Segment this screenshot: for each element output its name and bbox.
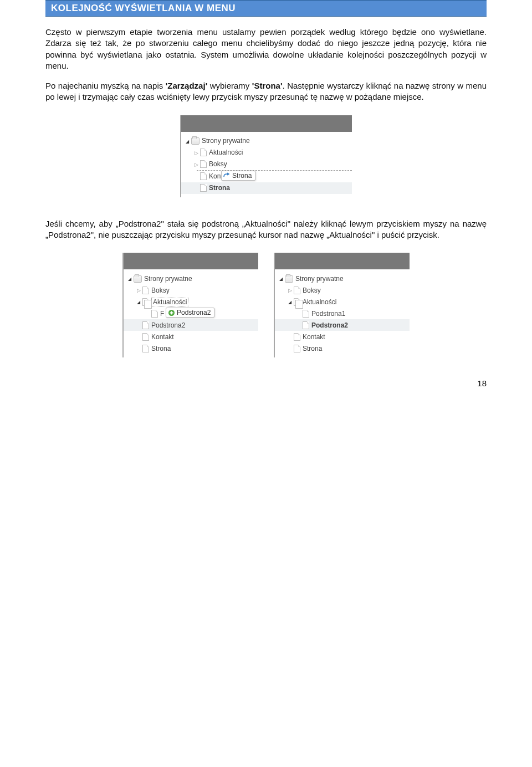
tree-label: Strony prywatne — [144, 275, 192, 283]
paragraph-3: Jeśli chcemy, aby „Podstrona2" stała się… — [45, 218, 487, 241]
tree-item-kontakt[interactable]: Kontakt — [275, 331, 410, 342]
tree-label: Boksy — [209, 160, 227, 168]
expand-icon[interactable] — [136, 287, 141, 293]
tree-item-podstrona2[interactable]: Podstrona2 — [124, 319, 258, 331]
page-icon — [200, 172, 207, 180]
tree-item-podstrona2[interactable]: Podstrona2 — [275, 319, 410, 331]
text: Po najechaniu myszką na napis — [45, 81, 166, 90]
tree-body: Strony prywatne Boksy Aktualności — [275, 269, 410, 357]
tree-body: Strony prywatne Boksy Aktualności — [124, 269, 258, 357]
page-icon — [142, 321, 149, 329]
tree-label: Kontakt — [151, 333, 174, 341]
tree-item-strona[interactable]: Strona — [275, 342, 410, 354]
tree-item-kontakt-dragging[interactable]: Konta Strona — [181, 171, 352, 182]
page-icon — [200, 160, 207, 168]
page-icon — [200, 184, 207, 192]
tree-item-child-drag[interactable]: F Podstrona2 — [124, 308, 258, 319]
tree-label: Podstrona1 — [311, 310, 345, 318]
drag-tooltip: Strona — [221, 171, 255, 181]
tree-label: Aktualności — [209, 149, 243, 156]
panel-toolbar — [275, 253, 410, 269]
folder-icon — [134, 275, 142, 283]
tree-label: Strona — [151, 345, 171, 352]
tree-label: Strony prywatne — [295, 275, 344, 283]
folder-icon — [191, 137, 200, 145]
paragraph-2: Po najechaniu myszką na napis 'Zarządzaj… — [45, 80, 487, 103]
page-icon — [151, 310, 158, 318]
tree-label: Podstrona2 — [311, 321, 348, 329]
page-icon — [142, 345, 149, 352]
tree-item-root[interactable]: Strony prywatne — [275, 273, 410, 284]
tree-panel-right: Strony prywatne Boksy Aktualności — [274, 253, 410, 357]
tree-label-highlight: Aktualności — [151, 298, 188, 306]
page-icon — [294, 333, 300, 341]
tree-item-root[interactable]: Strony prywatne — [124, 273, 258, 284]
page-stack-icon — [142, 298, 149, 306]
panel-toolbar — [124, 253, 258, 269]
page-stack-icon — [294, 298, 300, 306]
text: wybieramy — [207, 81, 252, 90]
page-icon — [200, 149, 207, 156]
tree-body: Strony prywatne Aktualności Boksy — [181, 132, 352, 197]
tree-label: Boksy — [303, 287, 321, 294]
plus-circle-icon — [168, 309, 175, 316]
tree-item-podstrona1[interactable]: Podstrona1 — [275, 308, 410, 319]
section-title: KOLEJNOŚĆ WYŚWIETLANIA W MENU — [51, 3, 481, 14]
collapse-icon[interactable] — [127, 275, 132, 282]
drag-tooltip-add: Podstrona2 — [166, 308, 214, 318]
collapse-icon[interactable] — [185, 138, 190, 144]
tree-label: Podstrona2 — [151, 321, 185, 329]
folder-icon — [285, 275, 293, 283]
collapse-icon[interactable] — [136, 299, 141, 305]
tree-panel-left: Strony prywatne Boksy Aktualności — [122, 253, 258, 357]
tree-item-boksy[interactable]: Boksy — [275, 284, 410, 296]
page-icon — [303, 310, 309, 318]
document-page: KOLEJNOŚĆ WYŚWIETLANIA W MENU Często w p… — [0, 0, 532, 410]
tree-item-strona[interactable]: Strona — [124, 342, 258, 354]
page-icon — [142, 287, 149, 294]
tree-item-aktualnosci-droptarget[interactable]: Aktualności — [124, 296, 258, 308]
expand-icon[interactable] — [193, 161, 199, 167]
expand-icon[interactable] — [287, 287, 293, 293]
page-icon — [142, 333, 149, 341]
tree-item-kontakt[interactable]: Kontakt — [124, 331, 258, 342]
bold-strona: 'Strona' — [252, 81, 283, 90]
drag-tooltip-label: Strona — [232, 172, 252, 180]
page-number: 18 — [45, 379, 487, 388]
tree-label-partial: F — [160, 310, 164, 318]
figure-2: Strony prywatne Boksy Aktualności — [45, 253, 487, 357]
tree-item-root[interactable]: Strony prywatne — [181, 135, 352, 147]
tree-item-boksy[interactable]: Boksy — [124, 284, 258, 296]
tree-item-aktualnosci[interactable]: Aktualności — [181, 147, 352, 158]
collapse-icon[interactable] — [287, 299, 293, 305]
tree-item-aktualnosci[interactable]: Aktualności — [275, 296, 410, 308]
drag-tooltip-label: Podstrona2 — [177, 309, 211, 316]
tree-item-boksy[interactable]: Boksy — [181, 158, 352, 170]
page-icon — [294, 287, 300, 294]
collapse-icon[interactable] — [278, 275, 284, 282]
tree-label: Kontakt — [303, 333, 325, 341]
tree-label: Aktualności — [303, 298, 336, 306]
section-header: KOLEJNOŚĆ WYŚWIETLANIA W MENU — [45, 0, 487, 17]
tree-label: Strony prywatne — [202, 137, 250, 145]
tree-label: Strona — [303, 345, 322, 352]
bold-zarzadzaj: 'Zarządzaj' — [166, 81, 208, 90]
panel-toolbar — [181, 115, 352, 132]
tree-panel: Strony prywatne Aktualności Boksy — [180, 115, 352, 197]
tree-item-strona[interactable]: Strona — [181, 182, 352, 194]
tree-label: Strona — [209, 184, 230, 192]
move-arrow-icon — [223, 172, 231, 179]
tree-label: Boksy — [151, 287, 170, 294]
expand-icon[interactable] — [193, 150, 199, 156]
paragraph-1: Często w pierwszym etapie tworzenia menu… — [45, 27, 487, 71]
page-icon — [294, 345, 300, 352]
figure-1: Strony prywatne Aktualności Boksy — [45, 115, 487, 197]
page-icon — [303, 321, 309, 329]
